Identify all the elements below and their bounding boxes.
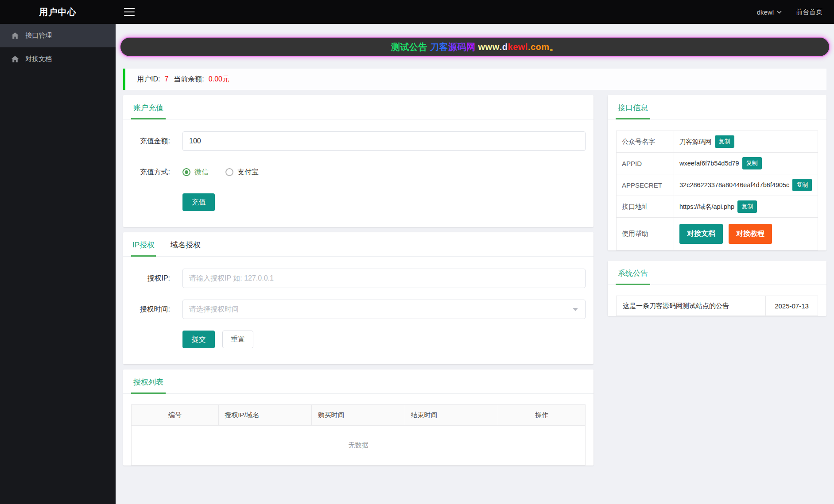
copy-button[interactable]: 复制 — [737, 200, 757, 213]
banner-segment: kewl — [508, 42, 528, 52]
table-row: 接口地址 https://域名/api.php 复制 — [617, 196, 818, 217]
payment-method-group: 微信 支付宝 — [182, 162, 259, 182]
sidebar-item-label: 对接文档 — [25, 55, 52, 63]
banner-segment: 网 — [466, 41, 476, 53]
appid-label: APPID — [617, 153, 674, 174]
banner-segment: d — [502, 42, 508, 52]
column-header-id: 编号 — [132, 405, 218, 425]
home-icon — [12, 56, 19, 62]
authorization-tabs: IP授权 域名授权 — [123, 232, 593, 257]
copy-button[interactable]: 复制 — [792, 179, 812, 191]
auth-reset-button[interactable]: 重置 — [222, 331, 253, 348]
auth-list-title: 授权列表 — [131, 369, 166, 394]
table-row: APPSECRET 32c286223378a80446eaf4d7b6f490… — [617, 174, 818, 196]
hamburger-menu-icon[interactable] — [124, 8, 135, 16]
banner-segment: 测试公告 — [391, 41, 427, 53]
notice-row: 这是一条刀客源码网测试站点的公告 2025-07-13 — [616, 296, 818, 316]
home-icon — [12, 32, 19, 39]
banner-segment: .com — [528, 42, 550, 52]
user-id-label: 用户ID: — [137, 75, 160, 84]
app-title: 用户中心 — [0, 6, 116, 18]
help-label: 使用帮助 — [617, 218, 674, 250]
system-notice-title: 系统公告 — [616, 261, 650, 285]
docs-button[interactable]: 对接文档 — [679, 224, 723, 244]
auth-time-placeholder: 请选择授权时间 — [189, 305, 239, 314]
account-name-label: 公众号名字 — [617, 131, 674, 152]
top-header: 用户中心 dkewl 前台首页 — [0, 0, 834, 24]
copy-button[interactable]: 复制 — [715, 135, 734, 148]
balance-value: 0.00元 — [209, 75, 229, 84]
notice-text: 这是一条刀客源码网测试站点的公告 — [617, 296, 765, 315]
radio-wechat[interactable]: 微信 — [182, 168, 209, 177]
tutorial-button[interactable]: 对接教程 — [729, 224, 772, 244]
user-id-value: 7 — [164, 75, 168, 83]
radio-selected-icon — [182, 168, 190, 176]
api-info-table: 公众号名字 刀客源码网 复制 APPID wxeefaf6f7b54d5d79 … — [616, 131, 818, 250]
radio-wechat-label: 微信 — [194, 168, 209, 177]
amount-input[interactable] — [182, 131, 586, 151]
empty-state-text: 无数据 — [132, 425, 585, 465]
banner-segment: 。 — [550, 41, 559, 53]
api-url-label: 接口地址 — [617, 196, 674, 217]
tab-domain-auth[interactable]: 域名授权 — [169, 232, 202, 257]
frontend-home-link[interactable]: 前台首页 — [796, 8, 822, 16]
radio-alipay-label: 支付宝 — [237, 168, 259, 177]
banner-segment: 刀客 — [427, 41, 448, 53]
sidebar-item-api-manage[interactable]: 接口管理 — [0, 24, 116, 47]
recharge-card-title: 账户充值 — [131, 95, 166, 119]
api-info-title: 接口信息 — [616, 95, 650, 119]
auth-list-header: 授权列表 — [123, 369, 593, 394]
recharge-card-header: 账户充值 — [123, 95, 593, 119]
auth-ip-input[interactable] — [182, 269, 586, 288]
auth-list-table: 编号 授权IP/域名 购买时间 结束时间 操作 无数据 — [131, 404, 586, 466]
appid-value: wxeefaf6f7b54d5d79 — [679, 160, 739, 167]
table-row: 公众号名字 刀客源码网 复制 — [617, 131, 818, 152]
column-header-end-time: 结束时间 — [405, 405, 498, 425]
recharge-card: 账户充值 充值金额: 充值方式: 微信 — [123, 95, 593, 227]
amount-label: 充值金额: — [131, 137, 170, 146]
announcement-banner: 测试公告 刀客源码网 www.dkewl.com。 — [120, 37, 830, 57]
column-header-ip-domain: 授权IP/域名 — [218, 405, 311, 425]
api-url-value: https://域名/api.php — [679, 203, 734, 211]
sidebar-item-label: 接口管理 — [25, 31, 52, 40]
table-row: APPID wxeefaf6f7b54d5d79 复制 — [617, 152, 818, 174]
system-notice-card: 系统公告 这是一条刀客源码网测试站点的公告 2025-07-13 — [608, 261, 826, 316]
account-name-value: 刀客源码网 — [679, 138, 712, 146]
api-info-card: 接口信息 公众号名字 刀客源码网 复制 APPID wxeefaf6f7b54d… — [608, 95, 826, 250]
username: dkewl — [757, 8, 774, 16]
balance-label: 当前余额: — [174, 75, 204, 84]
topbar-right: dkewl 前台首页 — [757, 8, 834, 16]
main-content: 测试公告 刀客源码网 www.dkewl.com。 用户ID: 7 当前余额: … — [116, 24, 834, 504]
notice-date: 2025-07-13 — [765, 296, 818, 315]
table-row: 使用帮助 对接文档 对接教程 — [617, 217, 818, 250]
sidebar-item-docs[interactable]: 对接文档 — [0, 47, 116, 71]
recharge-submit-button[interactable]: 充值 — [182, 193, 215, 211]
auth-list-card: 授权列表 编号 授权IP/域名 购买时间 结束时间 操作 无数据 — [123, 369, 593, 466]
appsecret-value: 32c286223378a80446eaf4d7b6f4905c — [679, 181, 789, 189]
auth-time-label: 授权时间: — [131, 305, 170, 314]
sidebar: 接口管理 对接文档 — [0, 24, 116, 504]
chevron-down-icon — [573, 308, 578, 311]
method-label: 充值方式: — [131, 168, 170, 177]
authorization-card: IP授权 域名授权 授权IP: 授权时间: 请选择授权时间 — [123, 232, 593, 364]
copy-button[interactable]: 复制 — [742, 157, 762, 169]
appsecret-label: APPSECRET — [617, 174, 674, 196]
radio-unselected-icon — [225, 168, 233, 176]
column-header-actions: 操作 — [498, 405, 585, 425]
auth-time-select[interactable]: 请选择授权时间 — [182, 300, 586, 319]
auth-submit-button[interactable]: 提交 — [182, 331, 215, 348]
banner-segment: 源码 — [448, 41, 466, 53]
user-info-bar: 用户ID: 7 当前余额: 0.00元 — [123, 69, 826, 90]
chevron-down-icon — [777, 11, 782, 14]
auth-ip-label: 授权IP: — [131, 274, 170, 283]
banner-segment: www — [476, 42, 500, 52]
column-header-buy-time: 购买时间 — [311, 405, 404, 425]
api-info-header: 接口信息 — [608, 95, 826, 119]
system-notice-header: 系统公告 — [608, 261, 826, 285]
tab-ip-auth[interactable]: IP授权 — [131, 232, 156, 257]
radio-alipay[interactable]: 支付宝 — [225, 168, 259, 177]
user-dropdown[interactable]: dkewl — [757, 8, 782, 16]
